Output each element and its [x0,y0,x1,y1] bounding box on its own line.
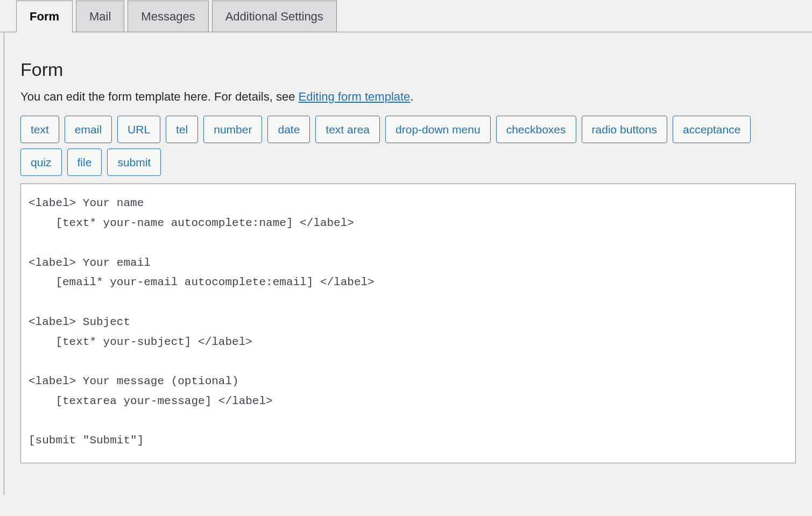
tag-button-number[interactable]: number [203,116,262,143]
tag-button-tel[interactable]: tel [166,116,198,143]
tag-generator-row: textemailURLtelnumberdatetext areadrop-d… [20,116,796,176]
section-description: You can edit the form template here. For… [20,90,796,104]
tab-form[interactable]: Form [16,1,73,32]
section-title: Form [20,59,796,80]
tab-bar: FormMailMessagesAdditional Settings [0,0,812,32]
tab-additional-settings[interactable]: Additional Settings [212,1,337,32]
desc-text-post: . [410,90,413,103]
tag-button-quiz[interactable]: quiz [20,149,62,176]
tag-button-drop-down-menu[interactable]: drop-down menu [385,116,491,143]
tab-messages[interactable]: Messages [128,1,208,32]
form-template-textarea[interactable] [20,183,796,463]
tag-button-checkboxes[interactable]: checkboxes [496,116,576,143]
tag-button-file[interactable]: file [67,149,102,176]
tag-button-text[interactable]: text [20,116,59,143]
tag-button-date[interactable]: date [267,116,310,143]
tag-button-email[interactable]: email [65,116,112,143]
tag-button-submit[interactable]: submit [107,149,161,176]
tag-button-text-area[interactable]: text area [315,116,380,143]
tab-mail[interactable]: Mail [76,1,124,32]
desc-text-pre: You can edit the form template here. For… [20,90,298,103]
doc-link[interactable]: Editing form template [298,90,410,103]
tag-button-radio-buttons[interactable]: radio buttons [582,116,667,143]
tag-button-url[interactable]: URL [117,116,160,143]
tag-button-acceptance[interactable]: acceptance [673,116,751,143]
form-panel: Form You can edit the form template here… [4,32,812,495]
